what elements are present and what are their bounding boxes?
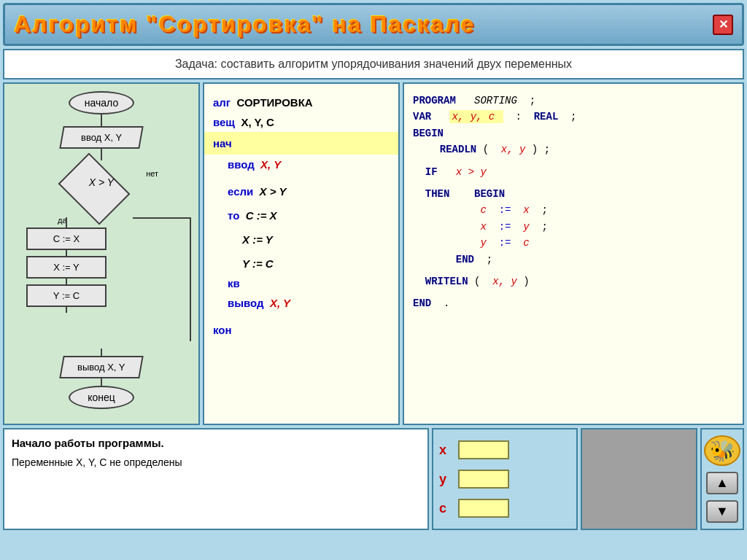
down-button[interactable]: ▼ bbox=[706, 500, 738, 523]
var-c-label: c bbox=[439, 501, 454, 516]
code-then: THEN BEGIN bbox=[413, 186, 734, 202]
code-end2: END . bbox=[413, 295, 734, 311]
var-x-label: x bbox=[439, 443, 454, 458]
var-c-row: c bbox=[439, 499, 570, 518]
alg-line6: то C := X bbox=[213, 206, 390, 225]
code-c-assign: c := x ; bbox=[413, 202, 734, 218]
code-var: VAR x, y, c : REAL ; bbox=[413, 109, 734, 125]
up-button[interactable]: ▲ bbox=[706, 472, 738, 494]
alg-line9: кв bbox=[213, 273, 390, 293]
fc-yes-branch: C := X X := Y Y := C bbox=[26, 217, 107, 313]
fc-input: ввод X, Y bbox=[59, 126, 143, 149]
fc-line2 bbox=[101, 149, 102, 160]
code-x-assign: x := y ; bbox=[413, 219, 734, 235]
alg-line10: вывод X, Y bbox=[213, 293, 390, 313]
fc-start: начало bbox=[69, 91, 134, 114]
code-writeln: WRITELN ( x, y ) bbox=[413, 273, 734, 289]
fc-step2: X := Y bbox=[26, 256, 107, 279]
alg-line8: Y := C bbox=[213, 254, 390, 273]
var-c-input[interactable] bbox=[458, 499, 509, 518]
code-end1: END ; bbox=[413, 252, 734, 268]
display-panel bbox=[581, 428, 697, 530]
info-panel: Начало работы программы. Переменные X, Y… bbox=[3, 428, 429, 530]
var-x-input[interactable] bbox=[458, 440, 509, 459]
fc-step3: Y := C bbox=[26, 284, 107, 307]
code-begin: BEGIN bbox=[413, 125, 734, 141]
code-y-assign: y := c bbox=[413, 235, 734, 251]
fc-step1: C := X bbox=[26, 228, 107, 250]
close-button[interactable]: ✕ bbox=[713, 15, 733, 35]
code-readln: READLN ( x, y ) ; bbox=[413, 141, 734, 158]
code-if: IF x > y bbox=[413, 164, 734, 180]
alg-line3: нач bbox=[204, 132, 398, 155]
vars-panel: x y c bbox=[432, 428, 578, 530]
var-y-input[interactable] bbox=[458, 470, 509, 489]
bee-icon: 🐝 bbox=[704, 435, 740, 466]
fc-end: конец bbox=[69, 386, 134, 409]
bottom-area: Начало работы программы. Переменные X, Y… bbox=[3, 428, 744, 530]
info-line2: Переменные X, Y, C не определены bbox=[12, 456, 420, 468]
alg-line4: ввод X, Y bbox=[213, 155, 390, 174]
alg-line2: вещ X, Y, C bbox=[213, 112, 390, 132]
fc-diamond bbox=[58, 153, 131, 225]
fc-yes-line bbox=[66, 217, 67, 228]
app-title: Алгоритм "Сортировка" на Паскале bbox=[14, 11, 475, 38]
controls-panel: 🐝 ▲ ▼ bbox=[700, 428, 744, 530]
algorithm-panel: алг СОРТИРОВКА вещ X, Y, C нач ввод X, Y… bbox=[203, 82, 400, 425]
alg-line5: если X > Y bbox=[213, 182, 390, 201]
flowchart-panel: начало ввод X, Y X > Y нет да bbox=[3, 82, 200, 425]
alg-line1: алг СОРТИРОВКА bbox=[213, 93, 390, 112]
alg-line11: кон bbox=[213, 320, 390, 340]
var-x-row: x bbox=[439, 440, 570, 459]
fc-condition-wrapper: X > Y нет да bbox=[50, 163, 152, 214]
info-line1: Начало работы программы. bbox=[12, 437, 420, 449]
fc-output: вывод X, Y bbox=[59, 356, 143, 378]
var-y-label: y bbox=[439, 472, 454, 487]
var-y-row: y bbox=[439, 470, 570, 489]
alg-line7: X := Y bbox=[213, 230, 390, 249]
code-prog: PROGRAM SORTING ; bbox=[413, 93, 734, 109]
fc-branch-area: C := X X := Y Y := C bbox=[12, 217, 191, 349]
code-panel: PROGRAM SORTING ; VAR x, y, c : REAL ; B… bbox=[403, 82, 744, 425]
fc-condition-text: X > Y bbox=[50, 176, 152, 188]
fc-line1 bbox=[101, 114, 102, 126]
main-area: начало ввод X, Y X > Y нет да bbox=[3, 82, 744, 425]
title-bar: Алгоритм "Сортировка" на Паскале ✕ bbox=[3, 3, 744, 46]
task-description: Задача: составить алгоритм упорядочивани… bbox=[3, 49, 744, 79]
